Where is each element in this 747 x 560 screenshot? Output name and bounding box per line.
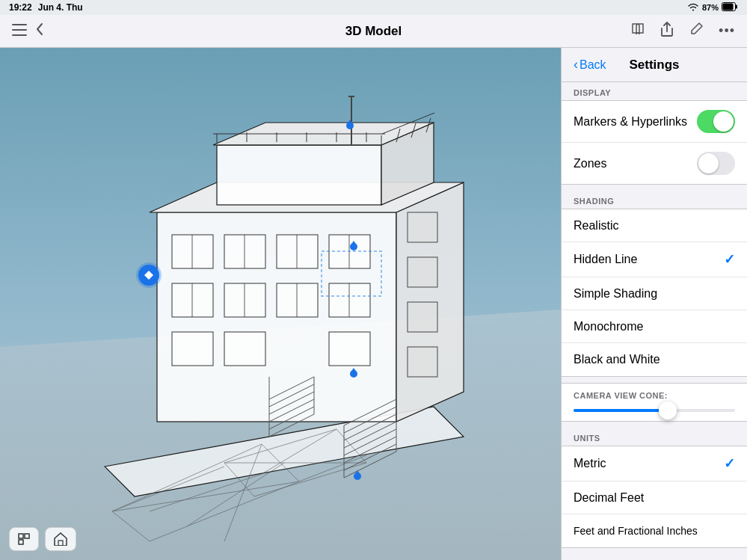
- zones-toggle[interactable]: [697, 152, 735, 175]
- view-marker[interactable]: [138, 265, 159, 286]
- camera-slider-thumb[interactable]: [659, 401, 677, 419]
- panel-title: Settings: [629, 58, 679, 73]
- pencil-icon[interactable]: [689, 22, 704, 40]
- book-icon[interactable]: [630, 22, 645, 40]
- monochrome-row[interactable]: Monochrome: [562, 310, 747, 343]
- battery-icon: [722, 2, 738, 13]
- camera-group: CAMERA VIEW CONE:: [562, 383, 747, 422]
- svg-rect-14: [277, 235, 318, 268]
- svg-point-83: [346, 122, 354, 129]
- camera-slider-track[interactable]: [574, 409, 735, 412]
- wifi-icon: [687, 2, 699, 13]
- camera-slider-container: [562, 403, 747, 421]
- battery-status: 87%: [702, 3, 719, 12]
- camera-slider-fill: [574, 409, 663, 412]
- svg-rect-22: [277, 283, 318, 317]
- svg-rect-1: [736, 5, 738, 9]
- svg-rect-95: [58, 541, 63, 546]
- back-chevron-icon: ‹: [574, 57, 578, 73]
- svg-marker-91: [144, 271, 153, 280]
- svg-rect-21: [224, 283, 265, 317]
- menu-icon[interactable]: [12, 22, 27, 40]
- svg-point-89: [354, 473, 361, 480]
- back-nav-icon[interactable]: [36, 22, 43, 40]
- svg-rect-5: [12, 34, 27, 36]
- hidden-line-row[interactable]: Hidden Line ✓: [562, 242, 747, 277]
- markers-label: Markers & Hyperlinks: [574, 115, 687, 129]
- toolbar: 3D Model •••: [0, 15, 747, 48]
- svg-rect-93: [25, 534, 29, 538]
- svg-rect-20: [172, 283, 213, 317]
- units-group: Metric ✓ Decimal Feet Feet and Fractiona…: [562, 446, 747, 548]
- zones-label: Zones: [574, 157, 606, 170]
- realistic-row[interactable]: Realistic: [562, 209, 747, 242]
- svg-rect-94: [19, 540, 23, 544]
- svg-rect-31: [408, 212, 437, 242]
- hidden-line-label: Hidden Line: [574, 253, 637, 266]
- svg-rect-33: [408, 302, 437, 332]
- shading-group: Realistic Hidden Line ✓ Simple Shading M…: [562, 209, 747, 377]
- decimal-feet-row[interactable]: Decimal Feet: [562, 481, 747, 514]
- view-home-button[interactable]: [45, 527, 76, 551]
- section-units-header: UNITS: [562, 428, 747, 446]
- back-label: Back: [580, 58, 606, 72]
- feet-fractional-row[interactable]: Feet and Fractional Inches: [562, 514, 747, 547]
- section-shading-header: SHADING: [562, 191, 747, 209]
- toolbar-title: 3D Model: [345, 24, 402, 39]
- svg-rect-34: [408, 347, 437, 377]
- hidden-line-check: ✓: [724, 251, 735, 268]
- simple-shading-label: Simple Shading: [574, 287, 657, 301]
- metric-label: Metric: [574, 457, 606, 470]
- more-icon[interactable]: •••: [719, 23, 735, 39]
- svg-rect-23: [329, 283, 370, 317]
- svg-rect-30: [329, 332, 370, 366]
- svg-rect-35: [217, 145, 381, 205]
- section-joystick-header: JOYSTICK: [562, 554, 747, 560]
- back-button[interactable]: ‹ Back: [574, 57, 606, 73]
- decimal-feet-label: Decimal Feet: [574, 491, 644, 505]
- model-view: [0, 48, 561, 560]
- status-date: Jun 4. Thu: [38, 2, 83, 13]
- share-icon[interactable]: [660, 21, 674, 41]
- section-display-header: DISPLAY: [562, 82, 747, 100]
- svg-rect-2: [723, 4, 734, 10]
- black-white-label: Black and White: [574, 353, 660, 366]
- svg-rect-4: [12, 29, 27, 31]
- simple-shading-row[interactable]: Simple Shading: [562, 277, 747, 310]
- display-group: Markers & Hyperlinks Zones: [562, 100, 747, 185]
- section-camera-header: CAMERA VIEW CONE:: [562, 384, 747, 403]
- svg-point-85: [350, 243, 357, 250]
- monochrome-label: Monochrome: [574, 320, 643, 333]
- svg-rect-28: [172, 332, 213, 366]
- svg-rect-29: [224, 332, 265, 366]
- view-box-button[interactable]: [9, 527, 39, 551]
- svg-rect-13: [224, 235, 265, 268]
- status-time: 19:22: [9, 2, 32, 13]
- zones-row[interactable]: Zones: [562, 143, 747, 184]
- realistic-label: Realistic: [574, 219, 618, 233]
- markers-toggle[interactable]: [697, 110, 735, 133]
- metric-row[interactable]: Metric ✓: [562, 446, 747, 481]
- settings-panel: ‹ Back Settings DISPLAY Markers & Hyperl…: [561, 48, 747, 560]
- svg-rect-32: [408, 257, 437, 287]
- svg-rect-3: [12, 24, 27, 25]
- feet-fractional-label: Feet and Fractional Inches: [574, 525, 698, 537]
- status-bar: 19:22 Jun 4. Thu 87%: [0, 0, 747, 15]
- svg-rect-92: [19, 534, 23, 538]
- svg-point-87: [350, 370, 357, 378]
- panel-header: ‹ Back Settings: [562, 48, 747, 82]
- svg-rect-12: [172, 235, 213, 268]
- metric-check: ✓: [724, 455, 735, 472]
- view-toolbar: [9, 527, 76, 551]
- black-white-row[interactable]: Black and White: [562, 343, 747, 376]
- markers-row[interactable]: Markers & Hyperlinks: [562, 101, 747, 143]
